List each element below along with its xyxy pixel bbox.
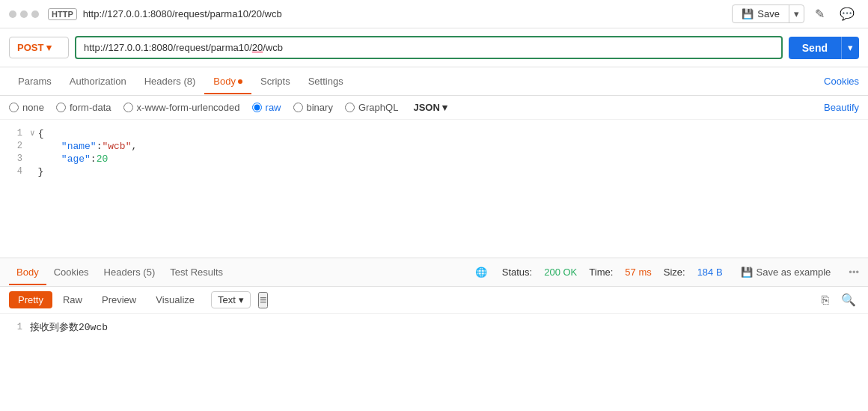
save-as-example-icon: 💾 (741, 267, 753, 278)
line-num-3: 3 (0, 153, 30, 164)
line-content-1: { (38, 128, 44, 139)
tab-scripts[interactable]: Scripts (251, 70, 299, 94)
edit-button[interactable]: ✎ (810, 4, 829, 24)
save-as-example-label: Save as example (757, 267, 831, 278)
text-type-dropdown-icon: ▾ (239, 294, 244, 305)
format-raw-button[interactable]: Raw (54, 291, 91, 308)
line-num-2: 2 (0, 141, 30, 151)
line-expand-1[interactable]: ∨ (30, 128, 35, 138)
dot-green (31, 10, 39, 18)
resp-tab-headers[interactable]: Headers (5) (97, 261, 163, 285)
line-num-4: 4 (0, 166, 30, 177)
dot-red (9, 10, 16, 18)
option-binary[interactable]: binary (293, 102, 333, 113)
json-label: JSON (413, 102, 439, 113)
send-dropdown-button[interactable]: ▾ (841, 37, 859, 59)
tab-headers[interactable]: Headers (8) (135, 70, 205, 94)
save-dropdown-arrow[interactable]: ▾ (789, 5, 804, 22)
resp-line-1: 1 接收到参数20wcb (0, 320, 868, 335)
option-urlencoded-label: x-www-form-urlencoded (137, 102, 240, 113)
method-select[interactable]: POST ▾ (9, 37, 69, 58)
save-icon: 💾 (742, 8, 754, 19)
key-name: "name" (61, 141, 97, 152)
url-input[interactable]: http://127.0.0.1:8080/request/parma10/20… (75, 36, 783, 59)
code-editor[interactable]: 1 ∨ { 2 "name":"wcb", 3 "age":20 4 } (0, 120, 868, 258)
line-content-3: "age":20 (38, 153, 109, 165)
val-name: "wcb" (102, 141, 131, 152)
body-options-bar: none form-data x-www-form-urlencoded raw… (0, 96, 868, 120)
radio-binary[interactable] (293, 103, 303, 112)
body-dot (238, 79, 242, 84)
response-format-bar: Pretty Raw Preview Visualize Text ▾ ≡ ⎘ … (0, 287, 868, 314)
tab-authorization[interactable]: Authorization (61, 70, 135, 94)
option-raw-label: raw (266, 102, 281, 113)
option-raw[interactable]: raw (252, 102, 281, 113)
format-preview-button[interactable]: Preview (93, 291, 145, 308)
tab-body[interactable]: Body (204, 70, 251, 94)
radio-raw[interactable] (252, 103, 262, 112)
option-binary-label: binary (307, 102, 333, 113)
save-label: Save (757, 8, 780, 19)
radio-form-data[interactable] (56, 103, 66, 112)
dot-yellow (20, 10, 28, 18)
radio-graphql[interactable] (345, 103, 355, 112)
time-value: 57 ms (625, 267, 651, 278)
copy-button[interactable]: ⎘ (819, 291, 832, 308)
url-suffix: /wcb (263, 42, 283, 53)
save-as-example-button[interactable]: 💾 Save as example (735, 267, 837, 278)
save-button-group[interactable]: 💾 Save ▾ (732, 4, 804, 23)
status-code: 200 OK (544, 267, 577, 278)
search-button[interactable]: 🔍 (838, 291, 859, 308)
resp-tab-body[interactable]: Body (9, 261, 46, 285)
tab-cookies[interactable]: Cookies (824, 76, 859, 87)
globe-icon: 🌐 (475, 267, 487, 278)
response-status: 🌐 Status: 200 OK Time: 57 ms Size: 184 B… (475, 267, 859, 278)
send-button[interactable]: Send (789, 37, 841, 59)
url-prefix: http://127.0.0.1:8080/request/parma10/ (84, 42, 252, 53)
format-visualize-button[interactable]: Visualize (147, 291, 204, 308)
line-expand-2 (30, 141, 35, 150)
option-graphql[interactable]: GraphQL (345, 102, 398, 113)
option-urlencoded[interactable]: x-www-form-urlencoded (123, 102, 240, 113)
beautify-button[interactable]: Beautify (824, 102, 859, 113)
json-dropdown-icon: ▾ (442, 102, 447, 113)
line-content-4: } (38, 166, 44, 177)
text-type-label: Text (218, 294, 236, 305)
radio-urlencoded[interactable] (123, 103, 133, 112)
text-type-dropdown[interactable]: Text ▾ (211, 291, 251, 308)
response-body: 1 接收到参数20wcb (0, 314, 868, 359)
resp-line-num-1: 1 (0, 322, 30, 332)
resp-tab-test-results[interactable]: Test Results (162, 261, 230, 285)
save-button[interactable]: 💾 Save (733, 5, 789, 22)
window-dots (9, 10, 39, 18)
tab-settings[interactable]: Settings (299, 70, 352, 94)
option-form-data-label: form-data (70, 102, 111, 113)
title-url: http://127.0.0.1:8080/request/parma10/20… (83, 8, 733, 19)
line-expand-4 (30, 166, 35, 175)
title-bar: HTTP http://127.0.0.1:8080/request/parma… (0, 0, 868, 28)
radio-none[interactable] (9, 103, 19, 112)
option-graphql-label: GraphQL (358, 102, 398, 113)
send-group: Send ▾ (789, 37, 859, 59)
request-tabs-bar: Params Authorization Headers (8) Body Sc… (0, 67, 868, 96)
resp-tab-cookies[interactable]: Cookies (46, 261, 97, 285)
method-label: POST (17, 42, 43, 53)
code-line-3: 3 "age":20 (0, 153, 868, 165)
response-tabs-bar: Body Cookies Headers (5) Test Results 🌐 … (0, 258, 868, 287)
line-expand-3 (30, 153, 35, 162)
option-none[interactable]: none (9, 102, 44, 113)
line-content-2: "name":"wcb", (38, 141, 138, 152)
more-options-icon[interactable]: ••• (849, 267, 859, 278)
format-right-actions: ⎘ 🔍 (819, 291, 859, 308)
filter-button[interactable]: ≡ (258, 292, 268, 308)
json-type-select[interactable]: JSON ▾ (413, 102, 447, 113)
url-underline-part: 20 (252, 42, 263, 53)
option-form-data[interactable]: form-data (56, 102, 111, 113)
comment-button[interactable]: 💬 (835, 4, 859, 24)
line-num-1: 1 (0, 128, 30, 138)
key-age: "age" (61, 153, 91, 165)
request-bar: POST ▾ http://127.0.0.1:8080/request/par… (0, 28, 868, 67)
tab-params[interactable]: Params (9, 70, 61, 94)
format-pretty-button[interactable]: Pretty (9, 291, 52, 308)
val-age: 20 (97, 153, 109, 165)
